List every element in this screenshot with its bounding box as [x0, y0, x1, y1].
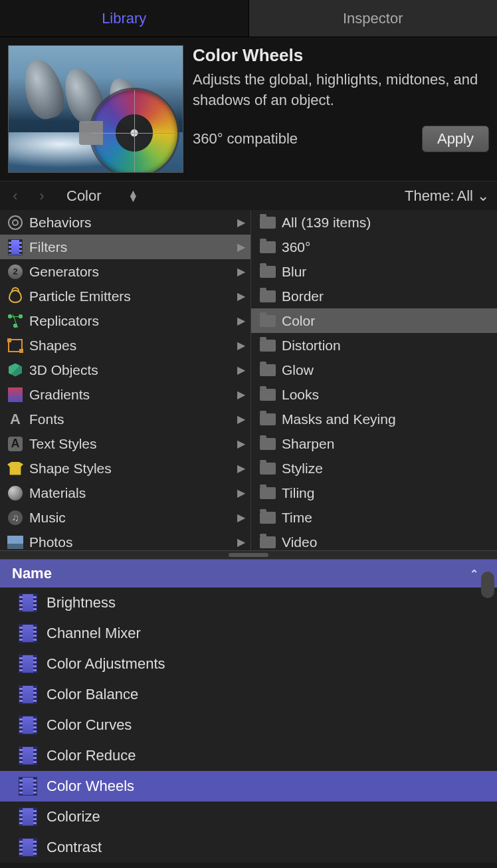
category-right-item[interactable]: Time [251, 505, 497, 530]
category-label: Color [282, 313, 492, 329]
color-wheel-icon [91, 90, 177, 173]
category-left-item[interactable]: Particle Emitters▶ [0, 284, 250, 308]
category-label: 3D Objects [29, 362, 237, 378]
path-current[interactable]: Color [66, 187, 102, 205]
sort-caret-icon: ⌃ [470, 568, 478, 580]
category-right-item[interactable]: Masks and Keying [251, 407, 497, 431]
top-tabs: Library Inspector [0, 0, 497, 37]
film-icon [5, 239, 25, 256]
filter-film-icon [19, 808, 37, 826]
preview-info: Color Wheels Adjusts the global, highlig… [193, 45, 489, 173]
list-header[interactable]: Name ⌃ [0, 560, 497, 588]
preview-thumbnail [8, 45, 183, 173]
category-left-item[interactable]: 2Generators▶ [0, 259, 250, 284]
category-label: Blur [282, 264, 492, 280]
tab-library[interactable]: Library [0, 0, 248, 37]
preview-title: Color Wheels [193, 45, 489, 66]
folder-icon [258, 509, 278, 526]
nav-forward-icon[interactable]: › [35, 187, 49, 205]
nodes-icon [5, 312, 25, 330]
filter-list: BrightnessChannel MixerColor Adjustments… [0, 588, 497, 863]
filter-item[interactable]: Color Adjustments [0, 649, 497, 679]
category-left-item[interactable]: ♫Music▶ [0, 505, 250, 530]
category-left-item[interactable]: 3D Objects▶ [0, 358, 250, 382]
category-label: Gradients [29, 387, 237, 403]
filter-item[interactable]: Color Balance [0, 679, 497, 710]
category-left-item[interactable]: Gradients▶ [0, 382, 250, 407]
filter-item[interactable]: Brightness [0, 588, 497, 618]
apply-button[interactable]: Apply [422, 126, 489, 152]
category-label: Fonts [29, 411, 237, 427]
category-label: Looks [282, 387, 492, 403]
category-right-item[interactable]: 360° [251, 235, 497, 259]
gear-icon [5, 214, 25, 231]
resize-handle[interactable] [0, 550, 497, 560]
filter-film-icon [19, 838, 37, 857]
folder-icon [258, 288, 278, 305]
category-label: Glow [282, 362, 492, 378]
compat-label: 360° compatible [193, 130, 298, 148]
category-left-item[interactable]: Materials▶ [0, 481, 250, 505]
category-column-left: Behaviors▶Filters▶2Generators▶Particle E… [0, 210, 251, 550]
category-right-item[interactable]: Border [251, 284, 497, 308]
filter-item[interactable]: Color Wheels [0, 771, 497, 802]
category-right-item[interactable]: Video [251, 530, 497, 550]
category-right-item[interactable]: Color [251, 308, 497, 333]
A-icon: A [5, 411, 25, 428]
category-left-item[interactable]: Behaviors▶ [0, 210, 250, 235]
filter-label: Color Curves [47, 716, 132, 734]
category-label: Replicators [29, 313, 237, 329]
filter-item[interactable]: Contrast [0, 832, 497, 863]
filter-film-icon [19, 746, 37, 765]
category-right-item[interactable]: Glow [251, 358, 497, 382]
filter-item[interactable]: Color Reduce [0, 740, 497, 771]
category-label: Border [282, 288, 492, 304]
category-label: Music [29, 510, 237, 526]
category-left-item[interactable]: Filters▶ [0, 235, 250, 259]
theme-dropdown[interactable]: All ⌄ [457, 187, 489, 205]
category-label: All (139 items) [282, 215, 492, 231]
category-left-item[interactable]: AFonts▶ [0, 407, 250, 431]
filter-item[interactable]: Channel Mixer [0, 618, 497, 649]
bulb-icon [5, 288, 25, 305]
category-right-item[interactable]: Distortion [251, 333, 497, 358]
path-stepper-icon[interactable]: ▲▼ [128, 191, 139, 201]
category-label: Tiling [282, 485, 492, 501]
chevron-right-icon: ▶ [237, 487, 245, 499]
category-left-item[interactable]: Replicators▶ [0, 308, 250, 333]
category-right-item[interactable]: Stylize [251, 456, 497, 481]
chevron-right-icon: ▶ [237, 413, 245, 425]
category-right-item[interactable]: Looks [251, 382, 497, 407]
ball-icon [5, 485, 25, 502]
chevron-right-icon: ▶ [237, 290, 245, 302]
folder-icon [258, 362, 278, 379]
path-bar: ‹ › Color ▲▼ Theme: All ⌄ [0, 181, 497, 210]
scrollbar-thumb[interactable] [481, 572, 494, 598]
filter-label: Channel Mixer [47, 625, 141, 642]
category-left-item[interactable]: Shapes▶ [0, 333, 250, 358]
category-left-item[interactable]: Photos▶ [0, 530, 250, 550]
category-left-item[interactable]: AText Styles▶ [0, 431, 250, 456]
filter-label: Color Adjustments [47, 655, 165, 673]
filter-item[interactable]: Color Curves [0, 710, 497, 740]
category-right-item[interactable]: Sharpen [251, 431, 497, 456]
tshirt-icon [5, 460, 25, 477]
filter-item[interactable]: Colorize [0, 802, 497, 832]
chevron-right-icon: ▶ [237, 364, 245, 376]
theme-label: Theme: [405, 187, 454, 205]
folder-icon [258, 386, 278, 403]
shape-icon [5, 337, 25, 354]
chevron-right-icon: ▶ [237, 437, 245, 450]
category-left-item[interactable]: Shape Styles▶ [0, 456, 250, 481]
tab-inspector[interactable]: Inspector [248, 0, 498, 37]
category-label: Filters [29, 239, 237, 255]
filter-label: Color Balance [47, 686, 138, 703]
category-label: Shapes [29, 338, 237, 354]
category-label: Behaviors [29, 215, 237, 231]
category-right-item[interactable]: Blur [251, 259, 497, 284]
category-right-item[interactable]: All (139 items) [251, 210, 497, 235]
category-right-item[interactable]: Tiling [251, 481, 497, 505]
nav-back-icon[interactable]: ‹ [8, 187, 23, 205]
category-browser: Behaviors▶Filters▶2Generators▶Particle E… [0, 210, 497, 550]
folder-icon [258, 312, 278, 330]
